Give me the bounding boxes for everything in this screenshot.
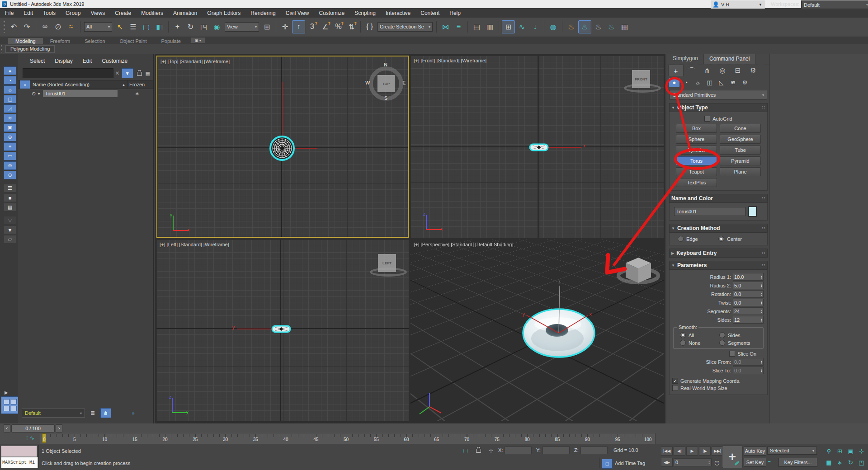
maxscript-mini-listener[interactable]: MAXScript Mi — [1, 457, 38, 468]
auto-key-button[interactable]: Auto Key — [744, 446, 766, 456]
panel-expand-arrow[interactable]: ▶ — [5, 390, 8, 395]
tab-polygon-modeling[interactable]: Polygon Modeling — [5, 45, 55, 53]
cone-button[interactable]: Cone — [720, 124, 761, 133]
curve-editor-icon[interactable]: ∿ — [516, 21, 528, 33]
spinner[interactable]: ▴▾ — [761, 318, 762, 322]
viewport-front[interactable]: [+] [Front] [Standard] [Wireframe] x FRO… — [410, 56, 664, 238]
systems-category-icon[interactable]: ⚙ — [740, 78, 750, 87]
filter-frozen-icon[interactable]: ▭ — [4, 152, 16, 160]
absolute-mode-icon[interactable]: ⊹ — [486, 446, 495, 455]
space-warps-category-icon[interactable]: ≋ — [728, 78, 738, 87]
sphere-button[interactable]: Sphere — [676, 135, 717, 144]
time-slider[interactable]: 0 / 100 — [11, 424, 55, 432]
properties-list-icon[interactable]: ▤ — [4, 203, 16, 212]
smooth-none[interactable]: None — [680, 340, 717, 346]
edit-named-selection-sets-icon[interactable]: { } — [363, 21, 376, 33]
zoom-extents-icon[interactable]: ▣ — [845, 446, 856, 456]
tab-modeling[interactable]: Modeling — [8, 38, 43, 44]
menu-item-customize[interactable]: Customize — [314, 9, 350, 18]
object-name-input[interactable] — [674, 207, 745, 216]
name-column-header[interactable]: Name (Sorted Ascending) ▲ — [30, 80, 127, 89]
keyboard-entry-header[interactable]: ▶ Keyboard Entry ∷ — [669, 249, 768, 258]
key-filter-set-dropdown[interactable]: Selected ▾ — [767, 446, 817, 455]
set-key-button[interactable]: Set Key — [744, 458, 766, 467]
selection-filter-dropdown[interactable]: All▾ — [84, 22, 112, 32]
lock-icon[interactable] — [137, 72, 142, 76]
object-name[interactable]: Torus001 — [43, 90, 118, 97]
explorer-menu-customize[interactable]: Customize — [97, 56, 132, 66]
geometry-category-icon[interactable]: ● — [669, 78, 679, 87]
previous-frame-button[interactable]: ◀| — [674, 446, 685, 456]
viewport-perspective-label[interactable]: [+] [Perspective] [Standard] [Default Sh… — [414, 242, 513, 247]
select-and-rotate-icon[interactable]: ↻ — [184, 21, 197, 33]
rollout-grip-icon[interactable]: ∷ — [762, 251, 765, 255]
viewport-front-label[interactable]: [+] [Front] [Standard] [Wireframe] — [414, 58, 486, 63]
menu-item-scripting[interactable]: Scripting — [349, 9, 381, 18]
cylinder-button[interactable]: Cylinder — [676, 146, 717, 155]
tab-command-panel[interactable]: Command Panel — [703, 54, 755, 64]
viewcube-3d[interactable] — [615, 249, 664, 290]
filter-containers-icon[interactable]: ⊕ — [4, 133, 16, 141]
named-selection-sets-dropdown[interactable]: Create Selection Se▾ — [377, 22, 433, 32]
undo-icon[interactable]: ↶ — [8, 21, 20, 33]
filter-lights-icon[interactable]: ☼ — [4, 85, 16, 94]
render-in-cloud-icon[interactable]: ♨ — [605, 21, 618, 33]
viewport-layout-tabs-icon[interactable] — [1, 396, 19, 414]
mini-curve-editor-icon[interactable]: ⋮∿ — [22, 433, 37, 442]
current-frame-field[interactable]: 0 ▴▾ — [674, 458, 712, 466]
filter-disabled-icon[interactable]: ▽ — [4, 216, 16, 225]
more-chevron-icon[interactable]: » — [132, 411, 135, 416]
menu-item-content[interactable]: Content — [415, 9, 444, 18]
modify-tab-icon[interactable]: ⌒ — [684, 65, 699, 76]
viewcube-left-face[interactable]: LEFT — [378, 254, 396, 272]
zoom-extents-all-icon[interactable]: ⊹ — [856, 446, 867, 456]
spinner[interactable]: ▴▾ — [761, 310, 762, 313]
viewport-left-label[interactable]: [+] [Left] [Standard] [Wireframe] — [160, 242, 229, 247]
tab-populate[interactable]: Populate — [154, 38, 188, 44]
play-button[interactable]: ▶ — [686, 446, 698, 456]
y-coordinate-field[interactable] — [542, 446, 570, 454]
menu-item-tools[interactable]: Tools — [38, 9, 61, 18]
creation-method-edge[interactable]: Edge — [678, 236, 718, 242]
zoom-icon[interactable]: ⚲ — [824, 446, 834, 456]
angle-snap-icon[interactable]: ∠? — [319, 21, 331, 33]
explorer-workspace-dropdown[interactable]: Default ▾ — [22, 409, 85, 418]
toggle-scene-explorer-icon[interactable]: ▤ — [471, 21, 483, 33]
tab-freeform[interactable]: Freeform — [43, 38, 78, 44]
menu-item-group[interactable]: Group — [61, 9, 85, 18]
menu-item-help[interactable]: Help — [444, 9, 466, 18]
tube-button[interactable]: Tube — [720, 146, 761, 155]
folder-icon[interactable]: ▱ — [4, 235, 16, 244]
filter-button[interactable]: ▼ — [122, 68, 133, 78]
layers-icon[interactable]: ≣ — [88, 409, 98, 418]
menu-item-file[interactable]: File — [0, 9, 19, 18]
hierarchy-tab-icon[interactable]: ⋔ — [700, 65, 714, 76]
snaps-toggle-icon[interactable]: 3? — [306, 21, 318, 33]
slice-on-checkbox[interactable] — [729, 351, 735, 357]
mirror-icon[interactable]: ⋈ — [439, 21, 452, 33]
menu-item-views[interactable]: Views — [85, 9, 110, 18]
workspaces-dropdown[interactable]: Default ▾ — [801, 0, 868, 9]
display-column-icon[interactable]: ○ — [20, 80, 30, 89]
plane-button[interactable]: Plane — [720, 167, 761, 176]
parameters-header[interactable]: ▼ Parameters ∷ — [669, 261, 768, 270]
filter-helpers-icon[interactable]: ◿ — [4, 104, 16, 113]
helpers-category-icon[interactable]: ◺ — [716, 78, 726, 87]
smooth-all[interactable]: All — [680, 332, 717, 338]
time-tag-cube-icon[interactable]: □ — [602, 459, 613, 469]
display-tab-icon[interactable]: ⊟ — [731, 65, 745, 76]
select-and-place-icon[interactable]: ◉ — [211, 21, 223, 33]
cameras-category-icon[interactable]: ◫ — [704, 78, 715, 87]
frame-forward-button[interactable]: > — [56, 424, 62, 432]
key-mode-toggle-icon[interactable]: ◀▶ — [661, 458, 673, 467]
align-icon[interactable]: ≡ — [453, 21, 465, 33]
render-setup-icon[interactable]: ♨ — [565, 21, 577, 33]
menu-item-create[interactable]: Create — [110, 9, 136, 18]
toggle-layer-explorer-icon[interactable]: ▥ — [484, 21, 496, 33]
select-by-name-icon[interactable]: ☰ — [127, 21, 139, 33]
menu-item-animation[interactable]: Animation — [168, 9, 202, 18]
select-and-move-icon[interactable]: + — [171, 21, 184, 33]
creation-method-center[interactable]: Center — [718, 236, 759, 242]
spinner[interactable]: ▴▾ — [761, 369, 762, 372]
param-field-radius-2[interactable]: 5.0▴▾ — [733, 282, 764, 289]
